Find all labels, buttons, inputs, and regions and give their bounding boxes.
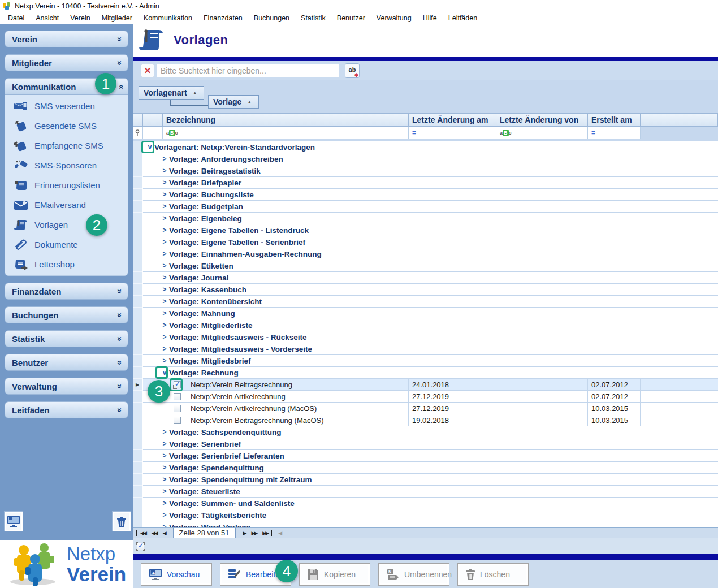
sidebar-section-header[interactable]: Benutzer » [5,354,128,371]
group-row-root[interactable]: v Vorlagenart: Netxp:Verein-Standardvorl… [133,141,718,153]
nav-last-button[interactable]: ▶▶ [259,530,272,536]
nav-next-page-button[interactable]: ▶▶ [248,530,259,536]
group-row[interactable]: > Vorlage: Eigene Tabellen - Serienbrief [133,236,718,248]
expand-expander-icon[interactable]: > [160,499,169,507]
sidebar-section-header[interactable]: Verwaltung » [5,378,128,395]
column-header-letzte-aenderung-am[interactable]: Letzte Änderung am [409,113,496,127]
group-row[interactable]: > Vorlage: Steuerliste [133,486,718,498]
column-header-erstellt-am[interactable]: Erstellt am [588,113,641,127]
menu-item[interactable]: Mitglieder [96,13,138,23]
group-row[interactable]: > Vorlage: Mitgliedsausweis - Vorderseit… [133,343,718,355]
sidebar-item-erinnerungslisten[interactable]: Erinnerungslisten [5,175,128,195]
group-row-rechnung-expanded[interactable]: v Vorlage: Rechnung [133,367,718,379]
group-row[interactable]: > Vorlage: Kassenbuch [133,284,718,296]
group-row[interactable]: > Vorlage: Kontenübersicht [133,296,718,308]
row-checkbox[interactable]: ✓ [174,405,181,412]
expand-expander-icon[interactable]: > [160,440,169,448]
menu-item[interactable]: Finanzdaten [198,13,248,23]
group-button-vorlage[interactable]: Vorlage ▲ [208,95,259,109]
group-row[interactable]: > Vorlage: Mahnung [133,308,718,319]
sidebar-section-header[interactable]: Buchungen » [5,306,128,323]
sidebar-trash-button[interactable] [113,512,131,531]
sidebar-item-dokumente[interactable]: Dokumente [5,235,128,254]
group-row[interactable]: > Vorlage: Mitgliederliste [133,319,718,331]
filter-letzte-aenderung-von[interactable]: aBc [496,127,588,139]
table-row[interactable]: ▶ ✓ Netxp:Verein Beitragsrechnung 24.01.… [133,379,718,391]
menu-item[interactable]: Ansicht [30,13,64,23]
nav-first-button[interactable]: ◀◀ [136,530,149,536]
expand-expander-icon[interactable]: > [160,262,169,270]
row-checkbox[interactable]: ✓ [174,393,181,400]
column-header-bezeichnung[interactable]: Bezeichnung [163,113,409,127]
group-row[interactable]: > Vorlage: Mitgliedsbrief [133,355,718,367]
expand-expander-icon[interactable]: > [160,179,169,187]
sidebar-item-sms-sponsoren[interactable]: SMS-Sponsoren [5,155,128,175]
sidebar-item-vorlagen[interactable]: Vorlagen [5,215,128,235]
loeschen-button[interactable]: Löschen [458,564,528,585]
group-button-vorlagenart[interactable]: Vorlagenart ▲ [139,86,204,100]
expand-expander-icon[interactable]: > [160,357,169,365]
expand-expander-icon[interactable]: > [160,345,169,353]
clear-search-button[interactable]: ✕ [141,64,154,77]
expand-expander-icon[interactable]: > [160,238,169,246]
sidebar-item-emailversand[interactable]: EMailversand [5,195,128,215]
expand-expander-icon[interactable]: > [160,333,169,341]
expand-expander-icon[interactable]: > [160,191,169,198]
umbenennen-button[interactable]: N Umbenennen [379,564,449,585]
group-row[interactable]: > Vorlage: Journal [133,272,718,284]
menu-item[interactable]: Verwaltung [371,13,417,23]
filter-letzte-aenderung-am[interactable]: = [409,127,496,139]
group-row[interactable]: > Vorlage: Mitgliedsausweis - Rückseite [133,331,718,343]
group-row[interactable]: > Vorlage: Serienbrief [133,438,718,450]
sidebar-item-lettershop[interactable]: Lettershop [5,254,128,274]
desktop-view-button[interactable] [5,512,23,531]
vorschau-button[interactable]: A Vorschau [141,564,211,585]
group-row[interactable]: > Vorlage: Eigene Tabellen - Listendruck [133,224,718,236]
expand-expander-icon[interactable]: > [160,511,169,519]
table-row[interactable]: ▶ ✓ Netxp:Verein Artikelrechnung (MacOS)… [133,403,718,414]
search-input[interactable] [157,64,339,77]
text-search-button[interactable]: ab◆ [345,63,360,78]
sidebar-section-header[interactable]: Mitglieder » [5,54,128,71]
expand-expander-icon[interactable]: > [160,286,169,293]
group-row[interactable]: > Vorlage: Beitragsstatistik [133,165,718,177]
sidebar-section-header[interactable]: Leitfäden » [5,401,128,418]
menu-item[interactable]: Buchungen [248,13,295,23]
group-row[interactable]: > Vorlage: Tätigkeitsberichte [133,509,718,521]
group-row[interactable]: > Vorlage: Briefpapier [133,177,718,189]
sidebar-section-header[interactable]: Verein » [5,31,128,47]
menu-item[interactable]: Benutzer [331,13,371,23]
row-checkbox[interactable]: ✓ [174,417,181,424]
sidebar-section-header[interactable]: Statistik » [5,330,128,347]
sidebar-section-header[interactable]: Finanzdaten » [5,283,128,300]
group-row[interactable]: > Vorlage: Eigenbeleg [133,213,718,224]
group-row[interactable]: > Vorlage: Sachspendenquittung [133,426,718,438]
expand-expander-icon[interactable]: > [160,309,169,317]
expand-expander-icon[interactable]: > [160,167,169,175]
table-row[interactable]: ▶ ✓ Netxp:Verein Artikelrechnung 27.12.2… [133,391,718,403]
nav-prev-page-button[interactable]: ◀◀ [149,530,160,536]
filter-icon-cell[interactable] [143,127,163,139]
menu-item[interactable]: Verein [64,13,96,23]
group-row[interactable]: > Vorlage: Budgetplan [133,201,718,213]
expand-expander-icon[interactable]: > [160,226,169,234]
menu-item[interactable]: Hilfe [417,13,443,23]
nav-prev-button[interactable]: ◀ [160,530,168,536]
expand-expander-icon[interactable]: > [160,523,169,527]
group-row[interactable]: > Vorlage: Buchungsliste [133,189,718,201]
group-row[interactable]: > Vorlage: Spendenquittung mit Zeitraum [133,474,718,486]
group-row[interactable]: > Vorlage: Serienbrief Lieferanten [133,450,718,462]
expand-expander-icon[interactable]: > [160,202,169,210]
expand-expander-icon[interactable]: > [160,274,169,282]
expand-expander-icon[interactable]: > [160,464,169,472]
menu-item[interactable]: Datei [2,13,30,23]
group-row[interactable]: > Vorlage: Spendenquittung [133,462,718,474]
filter-erstellt-am[interactable]: = [588,127,641,139]
expand-expander-icon[interactable]: > [160,487,169,495]
menu-item[interactable]: Kommunikation [138,13,198,23]
table-row[interactable]: ▶ ✓ Netxp:Verein Beitragsrechnung (MacOS… [133,414,718,426]
expand-expander-icon[interactable]: > [160,155,169,163]
expand-expander-icon[interactable]: > [160,321,169,329]
sidebar-item-sms-versenden[interactable]: SMS versenden [5,96,128,116]
group-row[interactable]: > Vorlage: Word-Vorlage [133,521,718,527]
